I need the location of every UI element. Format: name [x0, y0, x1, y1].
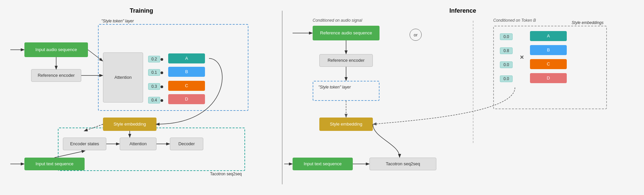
weight-d: 0.4	[148, 97, 160, 104]
weight-8-inf: 0.8	[500, 47, 513, 54]
weight-a: 0.2	[148, 56, 160, 62]
training-panel: Training "Style token" layer Tacotron se…	[4, 4, 279, 191]
weight-c: 0.3	[148, 83, 160, 90]
ref-encoder-box: Reference encoder	[31, 69, 81, 82]
decoder-box: Decoder	[170, 138, 203, 150]
input-text-box: Input text sequence	[24, 158, 85, 170]
or-circle: or	[410, 29, 422, 41]
style-emb-inf-box: Style embedding	[319, 118, 373, 131]
attention-top-box: Attention	[103, 52, 143, 103]
training-title: Training	[4, 7, 279, 14]
weight-0c-inf: 0.0	[500, 61, 513, 68]
attention-bottom-box: Attention	[120, 138, 156, 150]
tacotron-label: Tacotron seq2seq	[210, 172, 242, 176]
inference-panel: Inference Conditioned on audio signal Co…	[286, 4, 640, 191]
panel-divider	[282, 11, 283, 184]
tacotron-inf-box: Tacotron seq2seq	[369, 158, 436, 170]
weight-0d-inf: 0.0	[500, 75, 513, 82]
token-d-box: D	[168, 94, 205, 104]
token-d-inf-box: D	[530, 73, 567, 83]
ref-encoder-inf-box: Reference encoder	[319, 54, 373, 67]
encoder-states-box: Encoder states	[63, 138, 106, 150]
input-audio-box: Input audio sequence	[24, 42, 88, 57]
token-b-box: B	[168, 67, 205, 77]
weight-b: 0.1	[148, 69, 160, 76]
token-a-box: A	[168, 53, 205, 63]
conditioned-audio-label: Conditioned on audio signal	[313, 18, 362, 23]
style-token-inf-dashed: "Style token" layer	[313, 81, 380, 101]
conditioned-token-label: Conditioned on Token B	[493, 18, 536, 23]
diagram-container: Training "Style token" layer Tacotron se…	[4, 4, 640, 191]
input-text-inf-box: Input text sequence	[293, 158, 353, 170]
style-emb-right-label: Style embeddings	[572, 20, 604, 25]
token-b-inf-box: B	[530, 45, 567, 55]
inference-title: Inference	[286, 7, 640, 14]
token-c-box: C	[168, 81, 205, 91]
token-c-inf-box: C	[530, 59, 567, 69]
multiply-symbol: ×	[520, 53, 524, 61]
ref-audio-box: Reference audio sequence	[313, 26, 380, 40]
weight-0a-inf: 0.0	[500, 33, 513, 40]
style-token-label: "Style token" layer	[101, 19, 134, 23]
style-token-inf-label: "Style token" layer	[318, 85, 351, 89]
token-a-inf-box: A	[530, 31, 567, 41]
style-embedding-box: Style embedding	[103, 118, 156, 131]
